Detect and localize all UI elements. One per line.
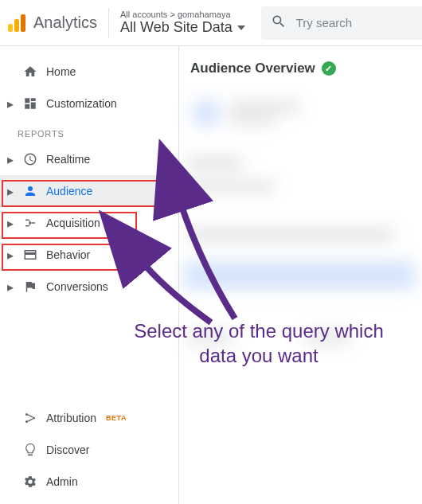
flag-icon bbox=[21, 279, 40, 294]
sidebar-item-admin[interactable]: Admin bbox=[0, 466, 178, 498]
sidebar-item-label: Home bbox=[46, 65, 76, 78]
ga-logo bbox=[8, 14, 25, 32]
sidebar-item-label: Admin bbox=[46, 475, 78, 488]
sidebar-item-label: Audience bbox=[46, 185, 92, 197]
chevron-right-icon: ▸ bbox=[6, 279, 14, 295]
view-name: All Web Site Data bbox=[120, 19, 232, 36]
svg-point-1 bbox=[25, 420, 28, 423]
page-title-row: Audience Overview bbox=[190, 61, 422, 76]
chevron-right-icon: ▸ bbox=[6, 248, 14, 263]
page-title: Audience Overview bbox=[190, 61, 315, 76]
chevron-right-icon: ▸ bbox=[6, 96, 14, 111]
chevron-right-icon: ▸ bbox=[6, 184, 14, 199]
lightbulb-icon bbox=[21, 443, 40, 457]
sidebar-item-label: Realtime bbox=[46, 153, 90, 166]
sidebar-item-label: Attribution bbox=[46, 412, 96, 424]
gear-icon bbox=[21, 475, 40, 489]
annotation-text: Select any of the query which data you w… bbox=[123, 318, 394, 368]
behavior-icon bbox=[21, 248, 40, 262]
app-header: Analytics All accounts > gomahamaya All … bbox=[0, 0, 422, 46]
search-placeholder: Try search bbox=[296, 16, 352, 29]
beta-badge: BETA bbox=[106, 414, 127, 422]
sidebar-item-label: Acquisition bbox=[46, 217, 100, 229]
sidebar-item-label: Customization bbox=[46, 97, 117, 110]
person-icon bbox=[21, 184, 40, 198]
chevron-right-icon: ▸ bbox=[6, 216, 14, 231]
section-label-reports: REPORTS bbox=[0, 119, 178, 143]
clock-icon bbox=[21, 152, 40, 166]
sidebar-item-attribution[interactable]: Attribution BETA bbox=[0, 402, 178, 434]
account-picker[interactable]: All accounts > gomahamaya All Web Site D… bbox=[120, 10, 245, 36]
search-bar[interactable]: Try search bbox=[261, 6, 422, 40]
attribution-icon bbox=[21, 411, 40, 425]
dashboard-icon bbox=[21, 96, 40, 111]
acquisition-icon bbox=[21, 216, 40, 230]
brand-name: Analytics bbox=[33, 14, 97, 32]
svg-point-2 bbox=[33, 417, 35, 420]
search-icon bbox=[271, 14, 287, 33]
sidebar-item-customization[interactable]: ▸ Customization bbox=[0, 88, 178, 119]
header-divider bbox=[108, 8, 109, 38]
chevron-right-icon: ▸ bbox=[6, 152, 14, 167]
sidebar-item-realtime[interactable]: ▸ Realtime bbox=[0, 143, 178, 175]
svg-point-0 bbox=[25, 413, 28, 416]
sidebar-item-label: Discover bbox=[46, 443, 89, 456]
breadcrumb: All accounts > gomahamaya bbox=[120, 10, 245, 19]
sidebar-item-home[interactable]: Home bbox=[0, 56, 178, 88]
sidebar-item-label: Behavior bbox=[46, 248, 90, 261]
verified-shield-icon bbox=[322, 61, 336, 76]
sidebar-item-discover[interactable]: Discover bbox=[0, 434, 178, 466]
home-icon bbox=[21, 64, 40, 79]
caret-down-icon bbox=[237, 25, 245, 30]
